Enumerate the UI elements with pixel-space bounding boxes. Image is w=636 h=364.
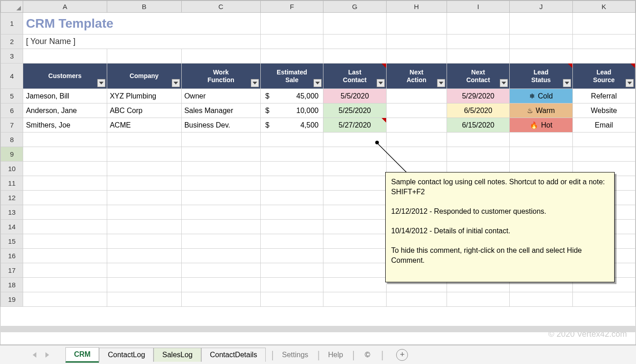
hdr-lead-source[interactable]: LeadSource (572, 64, 635, 89)
hdr-lead-status[interactable]: LeadStatus (510, 64, 572, 89)
hdr-next-contact[interactable]: NextContact (447, 64, 509, 89)
cell-sale[interactable]: $10,000 (260, 103, 323, 118)
rownum-2[interactable]: 2 (1, 34, 23, 49)
rownum-3[interactable]: 3 (1, 49, 23, 64)
rownum-4[interactable]: 4 (1, 64, 23, 89)
tab-nav-prev-icon[interactable] (32, 352, 36, 358)
cell-lead-status[interactable]: ♨Warm (510, 103, 572, 118)
cell-next-contact[interactable]: 5/29/2020 (447, 89, 509, 103)
rownum-7[interactable]: 7 (1, 118, 23, 133)
table-header-row[interactable]: 4 Customers Company WorkFunction Estimat… (1, 64, 636, 89)
row-8[interactable]: 8 (1, 133, 636, 147)
rownum-11[interactable]: 11 (1, 176, 23, 191)
col-K[interactable]: K (572, 1, 635, 13)
add-sheet-button[interactable]: + (396, 349, 408, 361)
cell-sale[interactable]: $45,000 (260, 89, 323, 103)
rownum-12[interactable]: 12 (1, 191, 23, 205)
cell-sale[interactable]: $4,500 (260, 118, 323, 133)
rownum-9[interactable]: 9 (1, 147, 23, 162)
cell-lead-status[interactable]: 🔥Hot (510, 118, 572, 133)
rownum-14[interactable]: 14 (1, 220, 23, 234)
filter-icon[interactable] (563, 79, 571, 87)
cell-last-contact[interactable]: 5/27/2020 (323, 118, 386, 133)
filter-icon[interactable] (251, 79, 259, 87)
cell-company[interactable]: ABC Corp (107, 103, 181, 118)
filter-icon[interactable] (172, 79, 180, 87)
cell-company[interactable]: ACME (107, 118, 181, 133)
rownum-15[interactable]: 15 (1, 234, 23, 249)
rownum-16[interactable]: 16 (1, 249, 23, 263)
rownum-13[interactable]: 13 (1, 205, 23, 220)
col-B[interactable]: B (107, 1, 181, 13)
cell-next-contact[interactable]: 6/5/2020 (447, 103, 509, 118)
filter-icon[interactable] (626, 79, 634, 87)
col-F[interactable]: F (260, 1, 323, 13)
cell-customers[interactable]: Jameson, Bill (23, 89, 107, 103)
cell-lead-source[interactable]: Email (572, 118, 635, 133)
rownum-6[interactable]: 6 (1, 103, 23, 118)
row-19[interactable]: 19 (1, 292, 636, 307)
cell-work[interactable]: Sales Manager (181, 103, 260, 118)
cell-next-contact[interactable]: 6/15/2020 (447, 118, 509, 133)
tab-help[interactable]: Help (324, 348, 347, 362)
hdr-company[interactable]: Company (107, 64, 181, 89)
col-G[interactable]: G (323, 1, 386, 13)
tab-crm[interactable]: CRM (65, 347, 99, 363)
rownum-19[interactable]: 19 (1, 292, 23, 307)
cell-work[interactable]: Business Dev. (181, 118, 260, 133)
rownum-10[interactable]: 10 (1, 162, 23, 176)
tab-contactdetails[interactable]: ContactDetails (201, 348, 266, 362)
rownum-17[interactable]: 17 (1, 263, 23, 278)
rownum-5[interactable]: 5 (1, 89, 23, 103)
cell-company[interactable]: XYZ Plumbing (107, 89, 181, 103)
filter-icon[interactable] (313, 79, 322, 87)
select-all-corner[interactable] (1, 1, 23, 13)
table-row[interactable]: 6 Anderson, Jane ABC Corp Sales Manager … (1, 103, 636, 118)
row-9[interactable]: 9 (1, 147, 636, 162)
row-2[interactable]: 2 [ Your Name ] (1, 34, 636, 49)
cell-next-action[interactable] (386, 89, 447, 103)
tab-nav-next-icon[interactable] (45, 352, 50, 358)
hdr-work-function[interactable]: WorkFunction (181, 64, 260, 89)
note-indicator-icon (382, 118, 386, 123)
note-indicator-icon (568, 64, 572, 68)
filter-icon[interactable] (97, 79, 105, 87)
cell-last-contact[interactable]: 5/5/2020 (323, 89, 386, 103)
col-J[interactable]: J (510, 1, 572, 13)
tab-copyright[interactable]: © (359, 348, 376, 362)
cell-customers[interactable]: Smithers, Joe (23, 118, 107, 133)
cell-next-action[interactable] (386, 103, 447, 118)
col-H[interactable]: H (386, 1, 447, 13)
col-C[interactable]: C (181, 1, 260, 13)
cell-lead-source[interactable]: Referral (572, 89, 635, 103)
table-row[interactable]: 5 Jameson, Bill XYZ Plumbing Owner $45,0… (1, 89, 636, 103)
rownum-1[interactable]: 1 (1, 13, 23, 34)
filter-icon[interactable] (500, 79, 508, 87)
cell-last-contact[interactable]: 5/25/2020 (323, 103, 386, 118)
row-3[interactable]: 3 (1, 49, 636, 64)
snowflake-icon: ❄ (529, 92, 535, 100)
page-title: CRM Template (26, 16, 113, 30)
hdr-customers[interactable]: Customers (23, 64, 107, 89)
hdr-last-contact[interactable]: LastContact (323, 64, 386, 89)
hdr-next-action[interactable]: NextAction (386, 64, 447, 89)
filter-icon[interactable] (377, 79, 385, 87)
horizontal-scroll-gutter[interactable] (0, 326, 636, 332)
cell-lead-status[interactable]: ❄Cold (510, 89, 572, 103)
filter-icon[interactable] (437, 79, 445, 87)
tab-settings[interactable]: Settings (278, 348, 312, 362)
tab-contactlog[interactable]: ContactLog (99, 348, 154, 362)
cell-lead-source[interactable]: Website (572, 103, 635, 118)
tab-saleslog[interactable]: SalesLog (154, 348, 201, 362)
column-header-row[interactable]: A B C F G H I J K (1, 1, 636, 13)
row-1[interactable]: 1 CRM Template (1, 13, 636, 34)
hdr-estimated-sale[interactable]: EstimatedSale (260, 64, 323, 89)
cell-next-action[interactable] (386, 118, 447, 133)
table-row[interactable]: 7 Smithers, Joe ACME Business Dev. $4,50… (1, 118, 636, 133)
cell-customers[interactable]: Anderson, Jane (23, 103, 107, 118)
cell-work[interactable]: Owner (181, 89, 260, 103)
rownum-8[interactable]: 8 (1, 133, 23, 147)
rownum-18[interactable]: 18 (1, 278, 23, 292)
col-A[interactable]: A (23, 1, 107, 13)
col-I[interactable]: I (447, 1, 509, 13)
